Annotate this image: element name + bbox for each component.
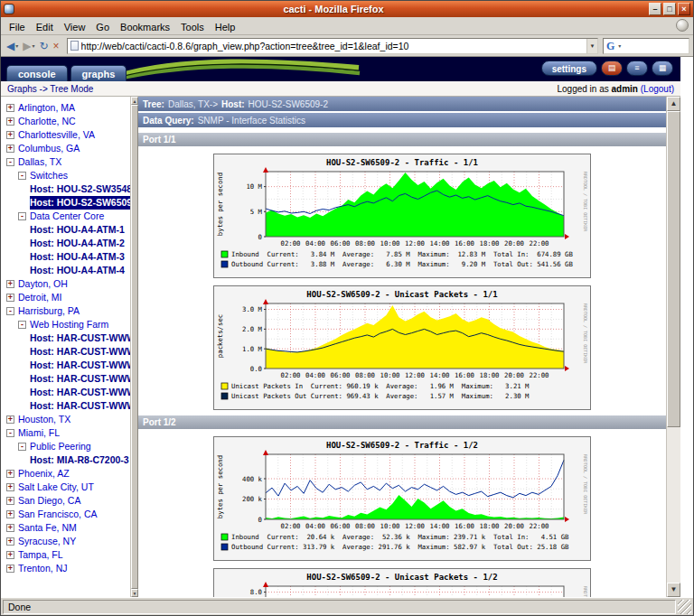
settings-button[interactable]: settings <box>541 61 597 76</box>
view-preview-button[interactable]: ▦ <box>652 61 673 76</box>
tree-node-link[interactable]: Data Center Core <box>30 210 104 223</box>
tree-node-link[interactable]: Host: HAR-CUST-WWW1 <box>30 345 130 359</box>
logout-link[interactable]: (Logout) <box>638 84 674 94</box>
tree-node-link[interactable]: Arlington, MA <box>18 101 75 115</box>
scrollbar-track[interactable] <box>667 111 680 583</box>
view-list-button[interactable]: ≡ <box>626 61 648 76</box>
tree-node-link[interactable]: Charlotte, NC <box>18 115 76 128</box>
expand-icon[interactable]: + <box>6 294 14 302</box>
tree-node-link[interactable]: Switches <box>30 169 68 182</box>
expand-icon[interactable]: + <box>6 510 14 518</box>
window-scrollbar[interactable]: ▲ ▼ <box>666 97 680 597</box>
tree-node-link[interactable]: Miami, FL <box>18 426 60 440</box>
expand-icon[interactable]: + <box>6 280 14 288</box>
tree-node-link[interactable]: San Diego, CA <box>18 494 80 508</box>
menu-file[interactable]: File <box>4 20 31 34</box>
tree-node-link[interactable]: Dayton, OH <box>18 277 68 291</box>
tree-node-link[interactable]: Tampa, FL <box>18 548 63 562</box>
title-bar[interactable]: cacti - Mozilla Firefox – □ × <box>1 1 693 17</box>
tree-node-link[interactable]: Columbus, GA <box>18 142 80 155</box>
maximize-button[interactable]: □ <box>663 3 676 15</box>
tree-node-link[interactable]: Phoenix, AZ <box>18 467 70 481</box>
tree-scrollbar-thumb[interactable] <box>131 105 138 589</box>
expand-icon[interactable]: + <box>6 483 14 491</box>
stop-button[interactable]: × <box>52 37 61 54</box>
forward-dropdown-icon[interactable]: ▾ <box>32 42 34 49</box>
expand-icon[interactable]: + <box>6 551 14 559</box>
tab-console[interactable]: console <box>6 65 68 81</box>
minimize-button[interactable]: – <box>649 3 661 15</box>
menu-bookmarks[interactable]: Bookmarks <box>115 20 175 34</box>
menu-help[interactable]: Help <box>210 20 241 34</box>
tree-node-link[interactable]: Syracuse, NY <box>18 535 76 548</box>
tree-scroll-down-icon[interactable]: ▼ <box>131 589 138 597</box>
expand-icon[interactable]: + <box>6 537 14 546</box>
reload-button[interactable]: ↻ <box>38 37 51 54</box>
expand-icon[interactable]: + <box>6 104 14 112</box>
url-dropdown-icon[interactable]: ▼ <box>586 39 597 53</box>
breadcrumb[interactable]: Graphs -> Tree Mode <box>7 84 93 94</box>
tree-node-link[interactable]: Web Hosting Farm <box>30 318 108 331</box>
back-dropdown-icon[interactable]: ▾ <box>15 42 18 49</box>
rrd-graph-image[interactable]: HOU-S2-SW6509-2 - Unicast Packets - 1/2p… <box>213 568 591 597</box>
url-bar[interactable]: http://web/cacti/cacti-0.8.6/graph_view.… <box>67 38 598 54</box>
tree-node-link[interactable]: Dallas, TX <box>18 155 61 169</box>
expand-icon[interactable]: + <box>6 145 14 153</box>
menu-tools[interactable]: Tools <box>175 20 210 34</box>
tree-node-link[interactable]: Salt Lake City, UT <box>18 481 94 494</box>
tree-node-link[interactable]: Host: HOU-A4-ATM-4 <box>30 264 125 277</box>
collapse-icon[interactable]: - <box>18 443 26 451</box>
view-tree-button[interactable]: ▤ <box>601 61 623 76</box>
tree-node-link[interactable]: Host: HAR-CUST-WWW3 <box>30 372 130 386</box>
resize-grip[interactable] <box>678 600 691 614</box>
menu-edit[interactable]: Edit <box>31 20 59 34</box>
tree-node-link[interactable]: Santa Fe, NM <box>18 521 77 535</box>
tree-node-link[interactable]: Host: MIA-R8-C7200-3 <box>30 453 129 467</box>
rrd-graph-image[interactable]: HOU-S2-SW6509-2 - Traffic - 1/2bytes per… <box>213 436 591 561</box>
tree-node-link[interactable]: Host: HOU-S2-SW3548-1 <box>30 182 130 196</box>
expand-icon[interactable]: + <box>6 524 14 532</box>
tree-node-link[interactable]: Host: HOU-A4-ATM-1 <box>30 223 125 237</box>
collapse-icon[interactable]: - <box>6 307 14 315</box>
tree-node-link[interactable]: Host: HOU-A4-ATM-3 <box>30 250 125 264</box>
url-input[interactable]: http://web/cacti/cacti-0.8.6/graph_view.… <box>81 41 584 51</box>
tree-node-link[interactable]: Public Peering <box>30 440 91 453</box>
collapse-icon[interactable]: - <box>18 321 26 329</box>
expand-icon[interactable]: + <box>6 497 14 505</box>
scroll-down-icon[interactable]: ▼ <box>667 583 680 597</box>
collapse-icon[interactable]: - <box>6 158 14 166</box>
collapse-icon[interactable]: - <box>18 212 26 220</box>
search-input[interactable]: G ▾ <box>603 38 689 54</box>
tree-node-link[interactable]: Host: HOU-A4-ATM-2 <box>30 237 125 250</box>
collapse-icon[interactable]: - <box>18 172 26 180</box>
tree-node-link[interactable]: San Francisco, CA <box>18 508 98 521</box>
tree-node-link[interactable]: Host: HAR-CUST-WWW2 <box>30 359 130 372</box>
forward-button[interactable]: ▶ ▾ <box>21 37 36 54</box>
tree-node-link[interactable]: Harrisburg, PA <box>18 304 80 318</box>
expand-icon[interactable]: + <box>6 117 14 126</box>
tree-node-link[interactable]: Host: HAR-CUST-WWW4 <box>30 386 130 399</box>
tree-node-link[interactable]: Charlottesville, VA <box>18 128 95 142</box>
expand-icon[interactable]: + <box>6 565 14 573</box>
scrollbar-thumb[interactable] <box>667 111 680 427</box>
tree-node-link[interactable]: Host: HAR-CUST-WWW0 <box>30 331 130 345</box>
collapse-icon[interactable]: - <box>6 429 14 437</box>
menu-go[interactable]: Go <box>90 20 115 34</box>
close-button[interactable]: × <box>678 3 690 15</box>
menu-view[interactable]: View <box>59 20 91 34</box>
expand-icon[interactable]: + <box>6 470 14 478</box>
tree-scroll-up-icon[interactable]: ▲ <box>131 97 138 105</box>
tree-node-link[interactable]: Host: HAR-CUST-WWW5 <box>30 399 130 413</box>
search-dropdown-icon[interactable]: ▾ <box>618 42 621 49</box>
tree-node-link[interactable]: Host: HOU-S2-SW6509-2 <box>30 196 130 210</box>
expand-icon[interactable]: + <box>6 415 14 424</box>
tree-node-link[interactable]: Houston, TX <box>18 413 70 426</box>
tab-graphs[interactable]: graphs <box>70 65 127 81</box>
scroll-up-icon[interactable]: ▲ <box>667 97 680 111</box>
back-button[interactable]: ◀ ▾ <box>5 37 20 54</box>
rrd-graph-image[interactable]: HOU-S2-SW6509-2 - Unicast Packets - 1/1p… <box>213 285 591 410</box>
tree-node-link[interactable]: Detroit, MI <box>18 291 61 304</box>
tree-node-link[interactable]: Trenton, NJ <box>18 562 67 575</box>
rrd-graph-image[interactable]: HOU-S2-SW6509-2 - Traffic - 1/1bytes per… <box>213 154 591 278</box>
expand-icon[interactable]: + <box>6 131 14 139</box>
